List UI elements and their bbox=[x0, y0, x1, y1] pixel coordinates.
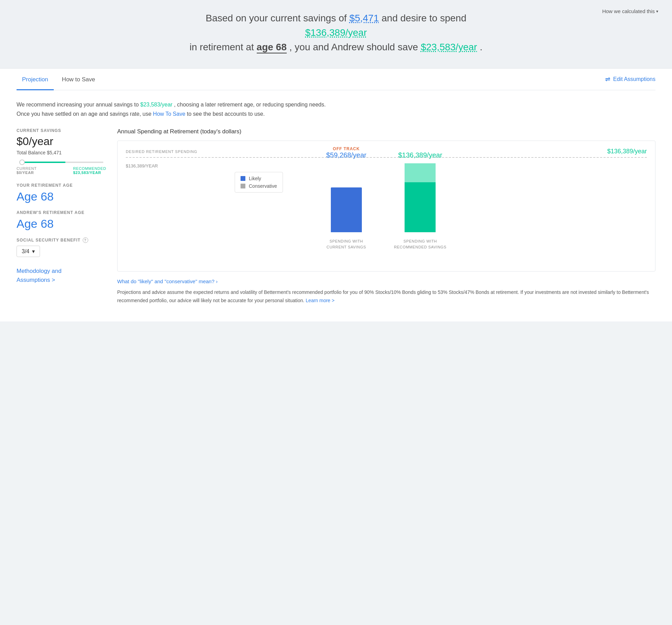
banner-age: age 68 bbox=[257, 42, 287, 53]
chart-area: DESIRED RETIREMENT SPENDING $136,389/yea… bbox=[117, 141, 655, 271]
main-content: Projection How to Save ⇌ Edit Assumption… bbox=[0, 69, 672, 321]
how-calculated-text: How we calculated this bbox=[602, 8, 655, 14]
learn-more-link[interactable]: Learn more > bbox=[306, 298, 335, 303]
current-savings-bar bbox=[331, 187, 362, 232]
andrew-retirement-value: Age 68 bbox=[17, 217, 106, 230]
chart-title: Annual Spending at Retirement (today's d… bbox=[117, 128, 655, 135]
bar-group-recommended: $136,389/year SPENDING WITHRECOMMENDED S… bbox=[394, 151, 446, 250]
slider-recommended-label: RECOMMENDED $23,583/YEAR bbox=[73, 166, 106, 175]
what-mean-link[interactable]: What do "likely" and "conservative" mean… bbox=[117, 278, 655, 284]
year-label: $136,389/YEAR bbox=[126, 163, 647, 168]
tab-projection[interactable]: Projection bbox=[17, 69, 54, 90]
conservative-swatch bbox=[241, 184, 245, 188]
sliders-icon: ⇌ bbox=[605, 75, 610, 83]
desired-value: $136,389/year bbox=[607, 148, 647, 155]
top-banner: How we calculated this ▾ Based on your c… bbox=[0, 0, 672, 69]
rec-bar-amount: $136,389/year bbox=[398, 151, 442, 159]
total-balance: Total Balance $5,471 bbox=[17, 150, 106, 155]
right-panel: Annual Spending at Retirement (today's d… bbox=[117, 128, 655, 305]
slider-thumb[interactable] bbox=[19, 160, 25, 165]
bar-wrapper-rec bbox=[405, 163, 436, 232]
desired-spending-row: DESIRED RETIREMENT SPENDING $136,389/yea… bbox=[126, 148, 647, 155]
desired-spending-link[interactable]: $136,389/year bbox=[305, 27, 367, 38]
legend-conservative: Conservative bbox=[241, 183, 277, 189]
andrew-retirement-label: ANDREW'S RETIREMENT AGE bbox=[17, 210, 106, 215]
social-security-label: SOCIAL SECURITY BENEFIT ? bbox=[17, 237, 106, 243]
slider-current-label: CURRENT $0/YEAR bbox=[17, 166, 37, 175]
stacked-bar bbox=[405, 163, 436, 232]
social-security-dropdown[interactable]: 3/4 ▾ bbox=[17, 246, 40, 257]
savings-amount-link[interactable]: $5,471 bbox=[349, 13, 379, 23]
recommendation-text: We recommend increasing your annual savi… bbox=[17, 100, 655, 119]
rec-bar-bottom bbox=[405, 182, 436, 232]
dashed-line bbox=[126, 157, 647, 158]
slider-labels: CURRENT $0/YEAR RECOMMENDED $23,583/YEAR bbox=[17, 166, 106, 175]
edit-assumptions-button[interactable]: ⇌ Edit Assumptions bbox=[605, 75, 655, 83]
likely-swatch bbox=[241, 176, 245, 181]
tab-how-to-save[interactable]: How to Save bbox=[57, 69, 101, 90]
bar-group-current: OFF TRACK $59,268/year SPENDING WITHCURR… bbox=[326, 146, 366, 250]
dropdown-chevron-icon: ▾ bbox=[32, 248, 35, 255]
current-savings-value: $0/year bbox=[17, 135, 106, 148]
rec-amount: $23,583/year bbox=[140, 102, 172, 107]
current-bar-label: SPENDING WITHCURRENT SAVINGS bbox=[327, 238, 366, 250]
help-icon: ? bbox=[83, 237, 88, 243]
retirement-age-value: Age 68 bbox=[17, 190, 106, 203]
legend-likely: Likely bbox=[241, 176, 277, 181]
desired-label: DESIRED RETIREMENT SPENDING bbox=[126, 150, 197, 154]
chart-legend: Likely Conservative bbox=[235, 172, 283, 193]
bar-wrapper-current bbox=[331, 163, 362, 232]
edit-assumptions-label: Edit Assumptions bbox=[613, 76, 655, 82]
bar-label-top-rec: $136,389/year bbox=[398, 151, 442, 159]
rec-bar-label: SPENDING WITHRECOMMENDED SAVINGS bbox=[394, 238, 446, 250]
bar-label-top-current: OFF TRACK $59,268/year bbox=[326, 146, 366, 159]
rec-bar-top bbox=[405, 163, 436, 182]
savings-slider[interactable]: CURRENT $0/YEAR RECOMMENDED $23,583/YEAR bbox=[17, 162, 106, 175]
methodology-link[interactable]: Methodology and Assumptions > bbox=[17, 267, 106, 284]
projection-text: Projections and advice assume the expect… bbox=[117, 288, 655, 305]
chevron-down-icon: ▾ bbox=[656, 9, 658, 14]
left-panel: CURRENT SAVINGS $0/year Total Balance $5… bbox=[17, 128, 106, 284]
off-track-label: OFF TRACK bbox=[326, 146, 366, 151]
how-to-save-link[interactable]: How To Save bbox=[153, 111, 185, 117]
recommended-savings-link[interactable]: $23,583/year bbox=[421, 42, 477, 52]
banner-text: Based on your current savings of $5,471 … bbox=[188, 11, 484, 54]
slider-fill bbox=[19, 162, 65, 163]
slider-track bbox=[19, 162, 103, 163]
bars-container: OFF TRACK $59,268/year SPENDING WITHCURR… bbox=[126, 174, 647, 250]
tabs-row: Projection How to Save ⇌ Edit Assumption… bbox=[17, 69, 655, 90]
current-savings-label: CURRENT SAVINGS bbox=[17, 128, 106, 133]
two-col-layout: CURRENT SAVINGS $0/year Total Balance $5… bbox=[17, 128, 655, 305]
retirement-age-label: YOUR RETIREMENT AGE bbox=[17, 183, 106, 188]
how-calculated-button[interactable]: How we calculated this ▾ bbox=[602, 8, 658, 14]
current-bar-amount: $59,268/year bbox=[326, 151, 366, 159]
